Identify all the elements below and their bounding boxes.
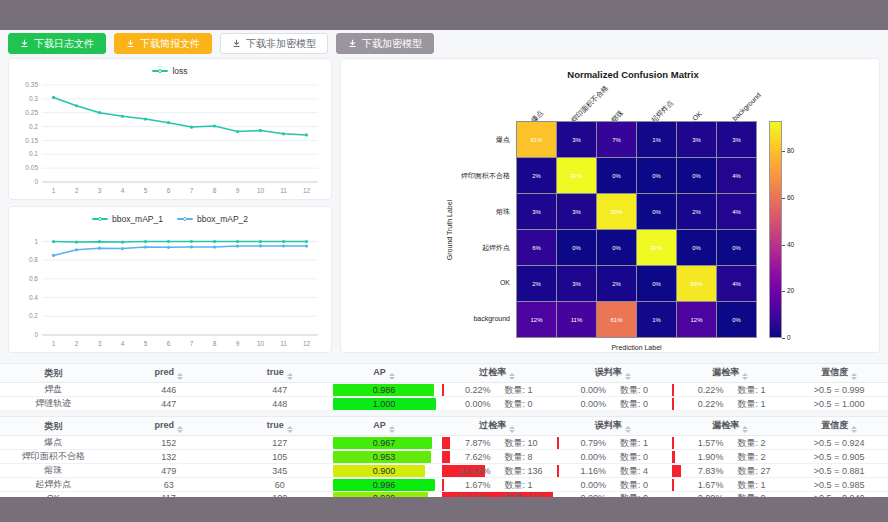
cm-cell: 11% <box>557 302 596 337</box>
column-header-误判率[interactable]: 误判率 <box>555 417 670 436</box>
sort-caret-icon[interactable] <box>389 373 395 380</box>
bottom-bar <box>0 497 888 522</box>
misjudge-rate-cell: 0.00%数量: 0 <box>555 383 670 397</box>
ap-cell: 0.900 <box>329 464 440 478</box>
cm-cell: 6% <box>517 230 556 265</box>
cm-cell: 7% <box>597 122 636 157</box>
table-row: 焊缝轨迹4474481.0000.00%数量: 00.00%数量: 00.22%… <box>0 397 888 411</box>
toolbar: 下载日志文件下载简报文件下载非加密模型下载加密模型 <box>8 33 434 54</box>
svg-text:0.6: 0.6 <box>29 275 38 282</box>
table-row: 起焊炸点63600.9961.67%数量: 10.00%数量: 01.67%数量… <box>0 478 888 492</box>
ap-value: 0.953 <box>333 451 436 463</box>
svg-text:1: 1 <box>34 238 38 245</box>
column-header-AP[interactable]: AP <box>329 417 440 436</box>
svg-text:11: 11 <box>280 340 287 347</box>
sort-caret-icon[interactable] <box>742 373 748 380</box>
misjudge-rate-cell: 1.16%数量: 4 <box>555 464 670 478</box>
misjudge-rate-count: 数量: 0 <box>606 384 668 396</box>
pred-cell: 63 <box>107 478 231 492</box>
column-header-漏检率[interactable]: 漏检率 <box>670 364 790 383</box>
legend-item-loss[interactable]: loss <box>152 66 187 76</box>
confidence-cell: >0.5 = 0.924 <box>790 436 888 450</box>
sort-caret-icon[interactable] <box>177 373 183 380</box>
svg-text:0: 0 <box>34 331 38 338</box>
sort-caret-icon[interactable] <box>625 426 631 433</box>
column-header-误判率[interactable]: 误判率 <box>555 364 670 383</box>
cm-row-label: 焊印面积不合格 <box>341 171 510 181</box>
pred-cell: 132 <box>107 450 231 464</box>
legend-marker-icon <box>152 70 168 72</box>
cm-cell: 4% <box>717 194 756 229</box>
ap-cell: 1.000 <box>329 397 440 411</box>
cm-cell: 3% <box>677 122 716 157</box>
cm-cell: 3% <box>557 122 596 157</box>
column-header-置信度[interactable]: 置信度 <box>790 364 888 383</box>
over-detection-rate-percent: 1.67% <box>442 479 491 491</box>
miss-detection-rate-count: 数量: 27 <box>723 465 788 477</box>
sort-caret-icon[interactable] <box>851 426 857 433</box>
over-detection-rate-count: 数量: 1 <box>491 384 553 396</box>
svg-text:5: 5 <box>144 340 148 347</box>
cm-cell: 81% <box>517 122 556 157</box>
cm-heatmap-grid: 81%3%7%1%3%3%2%93%0%0%0%4%3%3%90%0%2%4%6… <box>516 121 757 338</box>
sort-caret-icon[interactable] <box>287 426 293 433</box>
misjudge-rate-cell: 0.79%数量: 1 <box>555 436 670 450</box>
table-row: 焊印面积不合格1321050.9537.62%数量: 80.00%数量: 01.… <box>0 450 888 464</box>
over-detection-rate-percent: 0.22% <box>442 384 491 396</box>
cm-colorbar-tick: 40 <box>787 241 794 248</box>
column-header-过检率[interactable]: 过检率 <box>440 364 555 383</box>
cm-cell: 93% <box>637 230 676 265</box>
column-header-true[interactable]: true <box>231 417 329 436</box>
column-header-过检率[interactable]: 过检率 <box>440 417 555 436</box>
sort-caret-icon[interactable] <box>851 373 857 380</box>
column-header-pred[interactable]: pred <box>107 364 231 383</box>
download-log-button[interactable]: 下载日志文件 <box>8 33 106 54</box>
column-header-true[interactable]: true <box>231 364 329 383</box>
sort-caret-icon[interactable] <box>742 426 748 433</box>
sort-caret-icon[interactable] <box>389 426 395 433</box>
column-header-AP[interactable]: AP <box>329 364 440 383</box>
training-report-page: 下载日志文件下载简报文件下载非加密模型下载加密模型 loss 00.050.10… <box>0 0 888 522</box>
svg-text:10: 10 <box>257 187 265 194</box>
metrics-tables: 类别predtrueAP过检率误判率漏检率置信度焊盘4464470.9860.2… <box>0 363 888 505</box>
ap-cell: 0.967 <box>329 436 440 450</box>
sort-caret-icon[interactable] <box>625 373 631 380</box>
legend-item-bbox_mAP_2[interactable]: bbox_mAP_2 <box>177 214 248 224</box>
class-name-cell: 熔珠 <box>0 464 107 478</box>
cm-cell: 2% <box>677 194 716 229</box>
misjudge-rate-percent: 1.16% <box>557 465 606 477</box>
true-cell: 60 <box>231 478 329 492</box>
svg-text:0.8: 0.8 <box>29 256 38 263</box>
sort-caret-icon[interactable] <box>509 373 515 380</box>
miss-detection-rate-cell: 1.90%数量: 2 <box>670 450 790 464</box>
svg-text:0.25: 0.25 <box>25 109 38 116</box>
sort-caret-icon[interactable] <box>177 426 183 433</box>
cm-row-label: OK <box>341 279 510 286</box>
column-header-漏检率[interactable]: 漏检率 <box>670 417 790 436</box>
class-name-cell: 爆点 <box>0 436 107 450</box>
download-encrypted-model-button[interactable]: 下载加密模型 <box>336 33 434 54</box>
ap-cell: 0.953 <box>329 450 440 464</box>
download-plain-model-button[interactable]: 下载非加密模型 <box>220 33 328 54</box>
cm-cell: 4% <box>717 158 756 193</box>
svg-text:0.4: 0.4 <box>29 294 38 301</box>
pred-cell: 479 <box>107 464 231 478</box>
cm-row-label: 起焊炸点 <box>341 243 510 253</box>
sort-caret-icon[interactable] <box>287 373 293 380</box>
confidence-cell: >0.5 = 0.905 <box>790 450 888 464</box>
confidence-cell: >0.5 = 1.000 <box>790 397 888 411</box>
column-header-类别: 类别 <box>0 364 107 383</box>
legend-item-bbox_mAP_1[interactable]: bbox_mAP_1 <box>92 214 163 224</box>
cm-row-label: background <box>341 315 510 322</box>
download-icon <box>232 39 241 48</box>
download-report-button[interactable]: 下载简报文件 <box>114 33 212 54</box>
column-header-pred[interactable]: pred <box>107 417 231 436</box>
miss-detection-rate-cell: 7.83%数量: 27 <box>670 464 790 478</box>
true-cell: 127 <box>231 436 329 450</box>
sort-caret-icon[interactable] <box>509 426 515 433</box>
map-chart-card: bbox_mAP_1bbox_mAP_2 00.20.40.60.8112345… <box>8 206 332 353</box>
column-header-置信度[interactable]: 置信度 <box>790 417 888 436</box>
misjudge-rate-percent: 0.00% <box>557 398 606 410</box>
miss-detection-rate-percent: 7.83% <box>672 465 723 477</box>
map-line-chart: 00.20.40.60.81123456789101112 <box>12 227 328 350</box>
